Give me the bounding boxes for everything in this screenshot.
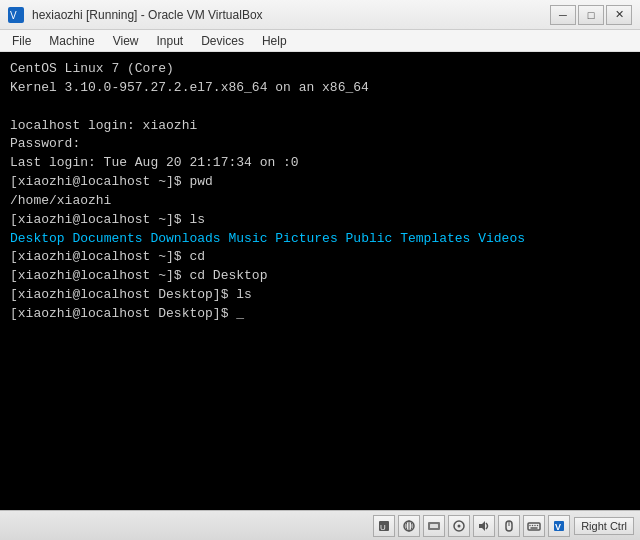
- ls-item: Desktop: [10, 231, 65, 246]
- app-icon: V: [8, 7, 24, 23]
- disk-icon[interactable]: [423, 515, 445, 537]
- menu-view[interactable]: View: [105, 32, 147, 50]
- keyboard-icon[interactable]: [523, 515, 545, 537]
- status-icons: U V: [373, 515, 570, 537]
- status-bar: U V Right Ctrl: [0, 510, 640, 540]
- network-icon[interactable]: [398, 515, 420, 537]
- audio-icon[interactable]: [473, 515, 495, 537]
- vbox-icon[interactable]: V: [548, 515, 570, 537]
- menu-devices[interactable]: Devices: [193, 32, 252, 50]
- terminal-prompt-line: [xiaozhi@localhost Desktop]$ ls: [10, 286, 630, 305]
- ls-output-line: Desktop Documents Downloads Music Pictur…: [10, 230, 630, 249]
- terminal-prompt-line: [xiaozhi@localhost ~]$ pwd: [10, 173, 630, 192]
- ls-item: Videos: [478, 231, 525, 246]
- ls-item: Public: [346, 231, 393, 246]
- usb-icon[interactable]: U: [373, 515, 395, 537]
- menu-file[interactable]: File: [4, 32, 39, 50]
- right-ctrl-label: Right Ctrl: [574, 517, 634, 535]
- svg-rect-8: [430, 524, 438, 528]
- window-title: hexiaozhi [Running] - Oracle VM VirtualB…: [32, 8, 263, 22]
- ls-item: Templates: [400, 231, 470, 246]
- ls-item: Downloads: [150, 231, 220, 246]
- cd-icon[interactable]: [448, 515, 470, 537]
- ls-item: Documents: [72, 231, 142, 246]
- svg-marker-11: [479, 521, 485, 531]
- terminal-output-line: CentOS Linux 7 (Core): [10, 60, 630, 79]
- terminal-output-line: localhost login: xiaozhi: [10, 117, 630, 136]
- minimize-button[interactable]: ─: [550, 5, 576, 25]
- menu-help[interactable]: Help: [254, 32, 295, 50]
- menu-bar: File Machine View Input Devices Help: [0, 30, 640, 52]
- close-button[interactable]: ✕: [606, 5, 632, 25]
- terminal-prompt-line: [xiaozhi@localhost ~]$ cd Desktop: [10, 267, 630, 286]
- terminal-prompt-line: [xiaozhi@localhost ~]$ cd: [10, 248, 630, 267]
- menu-input[interactable]: Input: [149, 32, 192, 50]
- svg-rect-14: [528, 523, 540, 530]
- svg-point-10: [458, 524, 461, 527]
- terminal-output-line: Kernel 3.10.0-957.27.2.el7.x86_64 on an …: [10, 79, 630, 98]
- terminal-output-line: Password:: [10, 135, 630, 154]
- terminal-output-line: /home/xiaozhi: [10, 192, 630, 211]
- ls-item: Music: [228, 231, 267, 246]
- maximize-button[interactable]: □: [578, 5, 604, 25]
- menu-machine[interactable]: Machine: [41, 32, 102, 50]
- svg-text:V: V: [10, 10, 17, 21]
- terminal-prompt-line: [xiaozhi@localhost ~]$ ls: [10, 211, 630, 230]
- svg-text:U: U: [380, 523, 386, 532]
- window-controls: ─ □ ✕: [550, 5, 632, 25]
- terminal-prompt-line: [xiaozhi@localhost Desktop]$ _: [10, 305, 630, 324]
- terminal-output-line: [10, 98, 630, 117]
- title-bar: V hexiaozhi [Running] - Oracle VM Virtua…: [0, 0, 640, 30]
- terminal-display[interactable]: CentOS Linux 7 (Core)Kernel 3.10.0-957.2…: [0, 52, 640, 510]
- title-bar-left: V hexiaozhi [Running] - Oracle VM Virtua…: [8, 7, 263, 23]
- ls-item: Pictures: [275, 231, 337, 246]
- svg-text:V: V: [555, 522, 561, 532]
- mouse-icon[interactable]: [498, 515, 520, 537]
- terminal-output-line: Last login: Tue Aug 20 21:17:34 on :0: [10, 154, 630, 173]
